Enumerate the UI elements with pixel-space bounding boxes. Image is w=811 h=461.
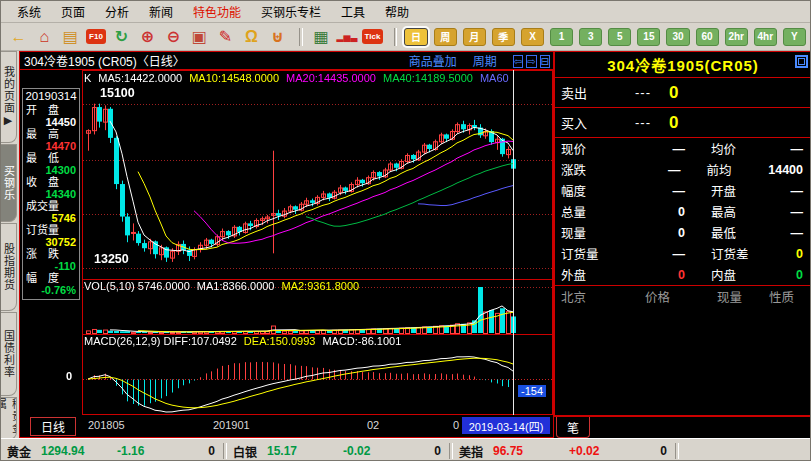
data-panel-row: 收 盘14340 [25, 176, 77, 200]
ticker-item[interactable]: 美指96.75+0.020 [453, 443, 675, 460]
trade-list-header: 北京价格现量性质 [555, 286, 811, 306]
quote-panel-title: 304冷卷1905(CR05) [555, 54, 811, 75]
split-icon[interactable]: ⊟ [540, 55, 550, 68]
period-button-30[interactable]: 30 [666, 28, 689, 46]
time-axis-row: 日线 201805201901020 2019-03-14(四) [20, 415, 553, 437]
zoom-in-icon[interactable]: ⊕ [136, 27, 159, 47]
macd-zero-label: 0 [66, 370, 72, 382]
data-panel-row: 开 盘14450 [25, 104, 77, 128]
trade-list-column: 现量 [717, 287, 769, 306]
menu-item[interactable]: 特色功能 [183, 3, 251, 20]
overlay-icon[interactable]: ▣ [188, 27, 211, 47]
panel-maximize-icon[interactable] [795, 55, 808, 68]
sidebar-tab-strip: 我的页面▶买钢乐股指期货国债利率稀贵金属 [1, 51, 19, 438]
bottom-right-strip: 笔 [554, 416, 811, 439]
sidebar-tab[interactable]: 股指期货 [1, 223, 17, 311]
data-panel-row: 幅 度-0.76% [25, 272, 77, 296]
period-button-日[interactable]: 日 [404, 28, 427, 46]
home-icon[interactable]: ⌂ [33, 27, 56, 47]
chart-header: 304冷卷1905 (CR05)〈日线〉 商品叠加 周期 ⇦⇨⊟ [20, 52, 553, 70]
sell-quote-row: 卖出 --- 0 [555, 78, 811, 108]
news-icon[interactable]: ▤ [59, 27, 82, 47]
menu-item[interactable]: 买钢乐专栏 [251, 3, 331, 20]
axis-tick-label: 201805 [88, 419, 125, 431]
tick-list-tab[interactable]: 笔 [556, 417, 590, 438]
period-button-15[interactable]: 15 [637, 28, 660, 46]
crosshair-date-box: 2019-03-14(四) [462, 417, 550, 434]
menu-item[interactable]: 系统 [7, 3, 51, 20]
quote-grid-row: 涨跌—前均14400 [555, 159, 811, 180]
sidebar-tab[interactable]: 买钢乐 [1, 144, 17, 222]
macd-crosshair-readout: -154 [518, 385, 546, 397]
menu-item[interactable]: 工具 [331, 3, 375, 20]
high-price-label: 15100 [100, 86, 135, 100]
overlay-link[interactable]: 商品叠加 [409, 52, 457, 69]
period-button-月[interactable]: 月 [463, 28, 486, 46]
menu-item[interactable]: 页面 [51, 3, 95, 20]
quote-grid-row: 订货量—订货差0 [555, 243, 811, 264]
quote-grid-row: 幅度—开盘— [555, 180, 811, 201]
draw-icon[interactable]: ✎ [214, 27, 237, 47]
data-panel-row: 涨 跌-110 [25, 248, 77, 272]
quote-panel-titlebar: 304冷卷1905(CR05) [555, 52, 811, 78]
data-panel-date: 20190314 [25, 90, 77, 104]
buy-label: 买入 [555, 113, 623, 132]
period-button-60[interactable]: 60 [696, 28, 719, 46]
menu-item[interactable]: 新闻 [139, 3, 183, 20]
sell-price: --- [623, 85, 663, 100]
chart-nav-icons: ⇦⇨⊟ [513, 54, 553, 68]
sell-label: 卖出 [555, 83, 623, 102]
period-button-X[interactable]: X [521, 28, 544, 46]
buy-price: --- [623, 115, 663, 130]
menu-item[interactable]: 分析 [95, 3, 139, 20]
period-button-1[interactable]: 1 [550, 28, 573, 46]
sidebar-tab[interactable]: 稀贵金属 [1, 397, 17, 440]
zoom-out-icon[interactable]: ⊖ [162, 27, 185, 47]
data-panel-row: 最 高14470 [25, 128, 77, 152]
period-axis-label[interactable]: 日线 [30, 417, 76, 436]
tick-icon[interactable]: Tick [362, 29, 382, 44]
kline-chart-canvas[interactable] [82, 70, 553, 415]
f10-icon[interactable]: F10 [86, 29, 106, 44]
data-panel-row: 最 低14300 [25, 152, 77, 176]
period-button-季[interactable]: 季 [492, 28, 515, 46]
ohlc-data-panel: 20190314 开 盘14450最 高14470最 低14300收 盘1434… [22, 88, 80, 300]
prev-icon[interactable]: ⇦ [513, 55, 523, 68]
quote-detail-grid: 现价—均价—涨跌—前均14400幅度—开盘—总量0最高—现量0最低—订货量—订货… [555, 138, 811, 286]
period-link[interactable]: 周期 [473, 52, 497, 69]
period-button-Y[interactable]: Y [783, 28, 806, 46]
axis-tick-label: 0 [453, 419, 459, 431]
alert-icon[interactable]: Ω [240, 27, 263, 47]
quote-grid-row: 总量0最高— [555, 201, 811, 222]
quote-grid-row: 现量0最低— [555, 222, 811, 243]
trade-list-column: 北京 [555, 287, 645, 306]
sell-volume: 0 [663, 83, 678, 103]
menu-bar: 系统页面分析新闻特色功能买钢乐专栏工具帮助 [1, 1, 811, 23]
buy-volume: 0 [663, 113, 678, 133]
period-button-3[interactable]: 3 [579, 28, 602, 46]
period-button-周[interactable]: 周 [434, 28, 457, 46]
basket-icon[interactable]: ⊎ [266, 27, 289, 47]
axis-tick-label: 201901 [213, 419, 250, 431]
back-icon[interactable]: ← [7, 27, 30, 47]
kline-chart-icon[interactable]: ▂▅▃ [336, 27, 359, 47]
period-button-4hr[interactable]: 4hr [754, 28, 777, 46]
quote-grid-row: 现价—均价— [555, 138, 811, 159]
data-panel-row: 订货量30752 [25, 224, 77, 248]
menu-item[interactable]: 帮助 [375, 3, 419, 20]
period-button-2hr[interactable]: 2hr [725, 28, 748, 46]
quote-panel: 304冷卷1905(CR05) 卖出 --- 0 买入 --- 0 现价—均价—… [554, 51, 811, 416]
sidebar-tab[interactable]: 国债利率 [1, 312, 17, 396]
quote-table-icon[interactable]: ▦ [310, 27, 333, 47]
sidebar-tab[interactable]: 我的页面▶ [1, 51, 17, 143]
refresh-icon[interactable]: ↻ [110, 27, 133, 47]
trading-app-window: 系统页面分析新闻特色功能买钢乐专栏工具帮助 ←⌂▤F10↻⊕⊖▣✎Ω⊎▦▂▅▃T… [0, 0, 811, 461]
ticker-item[interactable]: 黄金1294.94-1.160 [1, 443, 223, 460]
period-button-5[interactable]: 5 [608, 28, 631, 46]
low-price-label: 13250 [94, 252, 129, 266]
chart-region: 304冷卷1905 (CR05)〈日线〉 商品叠加 周期 ⇦⇨⊟ KMA5:14… [19, 51, 554, 438]
next-icon[interactable]: ⇨ [526, 55, 536, 68]
trade-list-column: 性质 [769, 287, 794, 306]
axis-tick-label: 02 [367, 419, 379, 431]
ticker-item[interactable]: 白银15.17-0.020 [227, 443, 449, 460]
